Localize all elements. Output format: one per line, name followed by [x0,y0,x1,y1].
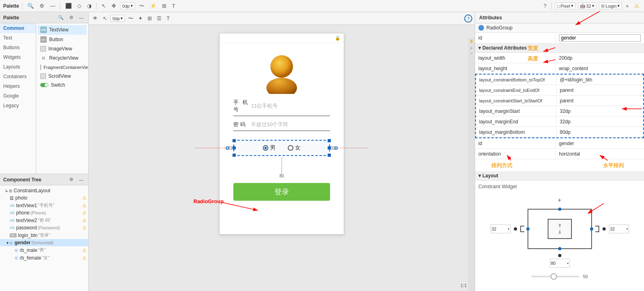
magic-btn[interactable]: ⚡ [148,2,158,10]
tree-item-login-btn[interactable]: btn login_btn "登录" [0,231,88,239]
margin-dropdown[interactable]: 0dp ▾ [120,2,135,9]
tree-settings-btn[interactable]: ⚙ [68,176,75,183]
tree-item-textview2[interactable]: Ab textView2 "密 码" ⚠ [0,216,88,224]
palette-cat-google[interactable]: Google [0,91,36,101]
attr-layout-height-value: wrap_content [556,64,644,73]
design-eye-btn[interactable]: 👁 [91,15,100,22]
palette-item-switch[interactable]: Switch [38,81,87,89]
palette-cat-common[interactable]: Common [0,23,36,33]
attr-layout-height-name: layout_height [475,64,556,73]
palette-cat-legacy[interactable]: Legacy [0,101,36,110]
palette-search-btn[interactable]: 🔍 [56,14,65,21]
design-canvas[interactable]: RadioGroup 🔒 [89,25,475,291]
attr-margin-bottom-value: 80dp [557,128,643,137]
design-margin-dropdown[interactable]: 0dp ▾ [110,15,125,22]
scroll-minus-btn[interactable]: − [470,51,474,56]
handle-ml [233,146,236,150]
design-text-align-btn[interactable]: ☰ [155,15,163,22]
right-margin-input[interactable]: 32 ▾ [609,224,629,233]
blueprint-btn[interactable]: ◇ [76,2,83,10]
palette-minimize-btn[interactable]: — [77,15,85,21]
left-constraint: 32 [195,146,233,150]
palette-cat-buttons[interactable]: Buttons [0,43,36,52]
tree-item-rb-male[interactable]: ◎ rb_male "男" ⚠ [0,246,88,254]
tree-item-gender[interactable]: ▾ ◎ gender (horizontal) [0,239,88,246]
scroll-hand-icon[interactable]: ✋ [469,39,474,44]
zoom-slider[interactable] [531,276,580,277]
scroll-plus-btn[interactable]: + [470,46,474,51]
palette-cat-helpers[interactable]: Helpers [0,81,36,91]
split-btn[interactable]: ◑ [85,2,93,10]
design-mode-btn[interactable]: ⬛ [64,2,73,10]
attr-id-input[interactable] [559,34,641,42]
more-btn[interactable]: » [624,2,630,10]
palette-item-textview[interactable]: Ab TextView [38,25,87,35]
tree-item-textview1[interactable]: Ab textView1 "手机号" ⚠ [0,202,88,209]
tree-minimize-btn[interactable]: — [77,176,85,183]
palette-item-imageview-label: ImageView [48,46,72,52]
layout-section-title: Layout [482,173,498,179]
search-btn[interactable]: 🔍 [26,2,35,10]
design-align-btn[interactable]: ⊞ [146,15,154,22]
device-dropdown[interactable]: □ Pixel ▾ [555,2,575,9]
align-btn[interactable]: ⊞ [160,2,168,10]
orientation-value-annotation: 水平排列 [603,162,624,169]
design-magic-btn[interactable]: ✦ [137,15,144,22]
avatar-container [262,50,302,94]
palette-item-scrollview[interactable]: ScrollView [38,72,87,81]
radio-male-label: 男 [270,144,276,152]
text-btn[interactable]: T [170,2,177,10]
toolbar-palette-label: Palette [3,3,19,9]
palette-item-button[interactable]: btn Button [38,35,87,44]
vertical-scrollbar[interactable]: ✋ + − [468,38,475,291]
phone-frame: 🔒 [219,33,344,235]
radio-group-container: 32 32 [233,140,330,156]
bottom-margin-input[interactable]: 80 ▾ [550,259,570,268]
attr-constraint-end-name: layout_constraintEnd_toEndOf [476,86,557,94]
tree-item-rb-female[interactable]: ◎ rb_female "女" ⚠ [0,254,88,262]
rb-male-warning: ⚠ [82,247,87,253]
palette-cat-widgets[interactable]: Widgets [0,52,36,62]
warning-indicator[interactable]: ⚠ [633,2,641,10]
left-margin-input[interactable]: 32 ▾ [490,224,511,233]
constraint-inner: ⇑ ⇓ [548,219,572,239]
attr-constraint-start-value: parent [557,96,643,105]
svg-point-2 [266,78,297,94]
palette-settings-btn[interactable]: ⚙ [68,14,75,21]
textview2-warning: ⚠ [82,218,87,223]
palette-item-imageview[interactable]: ImageView [38,44,87,53]
bottom-margin-dropdown[interactable]: ▾ [567,262,569,265]
design-cursor-btn[interactable]: ↖ [101,15,109,22]
palette-content: Common Text Buttons Widgets Layouts Cont… [0,23,88,174]
tree-item-phone[interactable]: Ab phone (Phone) ⚠ [0,209,88,216]
textview1-warning: ⚠ [82,203,87,208]
cursor-btn[interactable]: ↖ [100,2,108,10]
palette-cat-text[interactable]: Text [0,33,36,43]
close-btn[interactable]: — [48,2,57,10]
tree-item-photo[interactable]: 🖼 photo ⚠ [0,194,88,202]
api-dropdown[interactable]: 🤖 32 ▾ [578,2,596,9]
palette-cat-layouts[interactable]: Layouts [0,62,36,72]
palette-item-fragmentcontainer[interactable]: FragmentContainerView [38,63,87,72]
palette-item-recyclerview[interactable]: ⊟ RecyclerView [38,53,87,63]
attr-id-name: id [475,33,556,42]
tree-item-constraint[interactable]: ↳ ⊞ ConstraintLayout [0,187,88,194]
help-btn[interactable]: ? [542,2,548,10]
pan-btn[interactable]: ✥ [110,2,118,10]
right-margin-dropdown[interactable]: ▾ [626,227,628,231]
tree-item-password[interactable]: Ab password (Password) ⚠ [0,224,88,231]
settings-btn[interactable]: ⚙ [38,2,46,10]
main-area: Palette 🔍 ⚙ — Common Text Buttons Widget… [0,12,644,291]
design-help-btn[interactable]: ? [464,15,472,23]
palette-cat-containers[interactable]: Containers [0,72,36,81]
toolbar-separator-4 [551,3,552,9]
config-dropdown[interactable]: ◎ Login ▾ [599,2,622,9]
left-margin-dropdown[interactable]: ▾ [508,227,509,231]
attr-constraint-bottom-value: @+id/login_btn [557,75,643,84]
login-button[interactable]: 登录 [233,183,330,201]
animate-btn[interactable]: 〜 [137,2,146,10]
palette-categories: Common Text Buttons Widgets Layouts Cont… [0,23,36,174]
design-text-btn2[interactable]: T [165,15,171,22]
design-animate-btn[interactable]: 〜 [127,14,135,23]
bottom-constraint: 80 [279,158,284,178]
